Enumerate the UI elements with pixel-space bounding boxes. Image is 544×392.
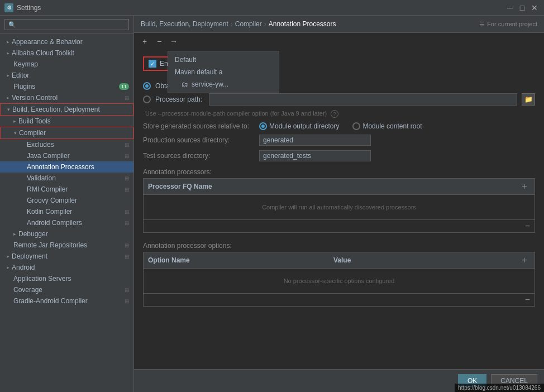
- processor-path-radio[interactable]: [143, 95, 151, 103]
- profile-service[interactable]: 🗂 service-yw...: [168, 78, 279, 90]
- sidebar-item-label: Validation: [27, 174, 56, 182]
- help-icon[interactable]: ?: [331, 110, 338, 118]
- arrow-icon: ▸: [7, 95, 9, 101]
- sidebar-item-remote-jar[interactable]: Remote Jar Repositories⊞: [0, 240, 133, 251]
- remove-processor-button[interactable]: −: [144, 219, 535, 232]
- url-bar: https://blog.csdn.net/u013084266: [455, 384, 544, 392]
- test-sources-label: Test sources directory:: [143, 152, 255, 160]
- page-icon: ⊞: [125, 209, 129, 215]
- sidebar-item-gradle-android[interactable]: Gradle-Android Compiler⊞: [0, 295, 133, 307]
- sidebar-item-label: Compiler: [19, 129, 46, 137]
- prod-sources-input[interactable]: [259, 135, 371, 146]
- sidebar-item-rmi-compiler[interactable]: RMI Compiler⊞: [0, 184, 133, 195]
- sidebar-item-label: Alibaba Cloud Toolkit: [12, 49, 74, 57]
- sidebar-item-coverage[interactable]: Coverage⊞: [0, 284, 133, 295]
- sidebar-item-editor[interactable]: ▸Editor: [0, 70, 133, 81]
- page-icon: ⊞: [125, 95, 129, 101]
- search-input[interactable]: [4, 19, 129, 30]
- breadcrumb-right: ☰ For current project: [479, 21, 537, 28]
- prod-sources-row: Production sources directory:: [143, 135, 535, 146]
- sidebar-item-label: Application Servers: [13, 275, 71, 283]
- sidebar-item-debugger[interactable]: ▸Debugger: [0, 228, 133, 240]
- browse-path-button[interactable]: 📁: [522, 93, 535, 106]
- sidebar-item-plugins[interactable]: Plugins11: [0, 81, 133, 92]
- move-profile-button[interactable]: →: [168, 35, 180, 47]
- sidebar-item-compiler[interactable]: ▾Compiler: [0, 127, 133, 139]
- page-icon: ⊞: [125, 254, 129, 260]
- sidebar-item-keymap[interactable]: Keymap: [0, 59, 133, 70]
- breadcrumb-item-2: Compiler: [235, 20, 262, 28]
- badge: 11: [119, 83, 129, 90]
- maximize-button[interactable]: □: [517, 3, 527, 13]
- arrow-icon: ▸: [7, 39, 9, 45]
- content-area: Build, Execution, Deployment › Compiler …: [134, 16, 544, 392]
- profile-maven[interactable]: Maven default a: [168, 66, 279, 78]
- sidebar-item-app-servers[interactable]: Application Servers: [0, 273, 133, 284]
- sidebar-item-label: Remote Jar Repositories: [13, 241, 87, 249]
- sidebar-item-label: Coverage: [13, 286, 42, 294]
- store-label: Store generated sources relative to:: [143, 122, 255, 130]
- sidebar-item-label: Editor: [12, 71, 29, 79]
- sidebar-item-version-control[interactable]: ▸Version Control⊞: [0, 92, 133, 103]
- obtain-radio[interactable]: [143, 82, 151, 90]
- sidebar-item-label: Build, Execution, Deployment: [12, 106, 100, 113]
- breadcrumb-path: Build, Execution, Deployment › Compiler …: [141, 20, 336, 28]
- page-icon: ⊞: [125, 298, 129, 304]
- test-sources-input[interactable]: [259, 150, 371, 161]
- arrow-icon: ▸: [7, 73, 9, 78]
- minimize-button[interactable]: ─: [505, 3, 515, 13]
- page-icon: ⊞: [125, 287, 129, 293]
- sidebar-item-android[interactable]: ▸Android: [0, 262, 133, 273]
- module-content-radio[interactable]: [352, 122, 360, 130]
- options-table: Option Name Value + No processor-specifi…: [143, 252, 535, 307]
- processors-table: Processor FQ Name + Compiler will run al…: [143, 178, 535, 233]
- close-button[interactable]: ✕: [529, 3, 540, 13]
- add-option-button[interactable]: +: [519, 255, 530, 266]
- sidebar-item-kotlin-compiler[interactable]: Kotlin Compiler⊞: [0, 206, 133, 217]
- add-profile-button[interactable]: +: [139, 35, 151, 47]
- sidebar-item-label: Groovy Compiler: [27, 197, 77, 204]
- sidebar-item-groovy-compiler[interactable]: Groovy Compiler: [0, 195, 133, 206]
- processors-table-header: Processor FQ Name +: [144, 179, 535, 195]
- sidebar-item-label: Android Compilers: [27, 219, 82, 227]
- sidebar-item-appearance[interactable]: ▸Appearance & Behavior: [0, 36, 133, 47]
- hint-text: Use --processor-module-path compiler opt…: [143, 110, 535, 118]
- sidebar-item-annotation-processors[interactable]: Annotation Processors: [0, 161, 133, 173]
- annotation-processors-label: Annotation processors:: [143, 168, 535, 176]
- sidebar-item-java-compiler[interactable]: Java Compiler⊞: [0, 150, 133, 161]
- sidebar-item-android-compilers[interactable]: Android Compilers⊞: [0, 217, 133, 228]
- options-label: Annotation processor options:: [143, 242, 535, 250]
- sidebar-item-label: Plugins: [13, 83, 35, 90]
- processor-path-label: Processor path:: [155, 95, 202, 103]
- processor-empty-text: Compiler will run all automatically disc…: [144, 195, 535, 219]
- sidebar: ▸Appearance & Behavior▸Alibaba Cloud Too…: [0, 16, 134, 392]
- option-name-header: Option Name: [148, 256, 333, 264]
- sidebar-item-deployment[interactable]: ▸Deployment⊞: [0, 251, 133, 262]
- sidebar-item-label: Android: [12, 264, 35, 271]
- arrow-icon: ▸: [13, 231, 16, 237]
- sidebar-item-alibaba[interactable]: ▸Alibaba Cloud Toolkit: [0, 47, 133, 59]
- module-output-radio[interactable]: [259, 122, 267, 130]
- processor-fq-header: Processor FQ Name: [148, 183, 519, 190]
- module-content-option: Module content root: [352, 122, 422, 130]
- sidebar-item-label: Gradle-Android Compiler: [13, 297, 88, 305]
- arrow-icon: ▸: [7, 50, 9, 56]
- sidebar-item-validation[interactable]: Validation⊞: [0, 173, 133, 184]
- profile-default[interactable]: Default: [168, 54, 279, 66]
- sidebar-item-label: Version Control: [12, 94, 58, 102]
- sidebar-item-excludes[interactable]: Excludes⊞: [0, 139, 133, 150]
- sidebar-item-build-exec[interactable]: ▾Build, Execution, Deployment: [0, 103, 133, 116]
- window-controls: ─ □ ✕: [505, 3, 540, 13]
- remove-option-button[interactable]: −: [144, 293, 535, 306]
- enable-checkbox[interactable]: ✓: [149, 60, 156, 68]
- test-sources-row: Test sources directory:: [143, 150, 535, 161]
- arrow-icon: ▾: [7, 107, 10, 112]
- page-icon: ⊞: [125, 153, 129, 159]
- toolbar: + − → Default Maven default a 🗂 service-…: [134, 33, 544, 50]
- app-icon: ⚙: [4, 3, 13, 12]
- folder-icon: 🗂: [182, 80, 188, 88]
- add-processor-button[interactable]: +: [519, 181, 530, 192]
- remove-profile-button[interactable]: −: [153, 35, 165, 47]
- sidebar-item-build-tools[interactable]: ▸Build Tools: [0, 116, 133, 127]
- arrow-icon: ▸: [7, 254, 9, 259]
